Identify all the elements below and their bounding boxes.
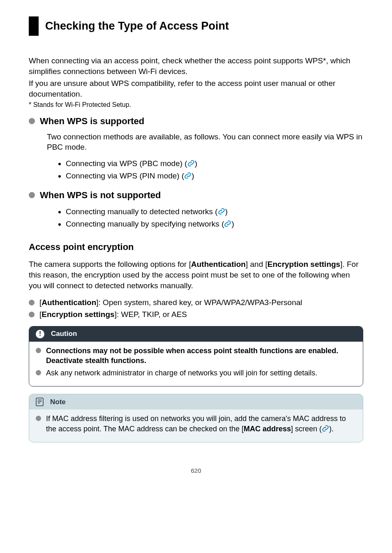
list-item-text: Connecting via WPS (PIN mode) ( [66,171,184,180]
heading-wps-supported-text: When WPS is supported [40,116,144,127]
bullet-icon [36,348,41,353]
heading-wps-not-supported-text: When WPS is not supported [40,190,161,201]
title-block: Checking the Type of Access Point [29,16,363,36]
list-item: Connecting manually by specifying networ… [66,218,363,230]
txt: ]: Open system, shared key, or WPA/WPA2/… [96,298,302,307]
svg-rect-0 [36,398,43,406]
list-item: Connecting manually to detected networks… [66,206,363,218]
list-item: [Authentication]: Open system, shared ke… [29,297,363,308]
caution-header: ! Caution [29,326,363,342]
link-icon[interactable] [322,425,329,432]
bold-auth: Authentication [42,298,96,307]
bold-enc: Encryption settings [42,310,114,319]
close-paren: ) [191,171,194,180]
list-item: If MAC address filtering is used on netw… [36,414,356,434]
list-item: Connecting via WPS (PBC mode) () [66,157,363,170]
txt: ]: WEP, TKIP, or AES [115,310,187,319]
wps-not-supported-list: Connecting manually to detected networks… [29,206,363,231]
note-header: Note [29,394,363,410]
heading-wps-supported: When WPS is supported [29,116,363,127]
caution-exclamation-icon: ! [36,330,44,338]
encryption-desc: The camera supports the following option… [29,259,363,291]
footnote-marker: * [29,101,31,108]
list-item: Ask any network administrator in charge … [36,368,356,378]
bold-enc: Encryption settings [267,260,340,268]
list-item-text: Connections may not be possible when acc… [46,346,356,366]
page-title: Checking the Type of Access Point [45,20,357,32]
caution-body: Connections may not be possible when acc… [29,342,363,386]
intro-para-2: If you are unsure about WPS compatibilit… [29,78,363,99]
bullet-icon [29,192,35,198]
caution-label: Caution [51,330,77,338]
bullet-icon [29,118,35,124]
txt: The camera supports the following option… [29,260,191,268]
note-box: Note If MAC address filtering is used on… [29,394,363,442]
link-icon[interactable] [218,208,225,215]
link-icon[interactable] [187,160,195,167]
encryption-bullets: [Authentication]: Open system, shared ke… [29,297,363,320]
note-document-icon [36,398,44,406]
page-number: 620 [29,467,363,474]
intro-para-1: When connecting via an access point, che… [29,56,363,76]
bold-mac: MAC address [244,425,291,433]
link-icon[interactable] [184,172,191,179]
list-item-text: [Encryption settings]: WEP, TKIP, or AES [39,309,187,320]
list-item-text: [Authentication]: Open system, shared ke… [39,297,302,308]
bullet-icon [36,416,41,421]
link-icon[interactable] [224,220,231,227]
close-paren: ) [329,425,332,433]
wps-supported-desc: Two connection methods are available, as… [29,132,363,153]
txt: ] and [ [246,260,267,268]
close-paren: ) [195,159,197,168]
list-item-text: Connecting manually to detected networks… [66,207,218,216]
bullet-icon [29,312,35,317]
bullet-icon [36,370,41,375]
page: Checking the Type of Access Point When c… [0,0,392,491]
list-item-text: If MAC address filtering is used on netw… [46,414,356,434]
list-item-text: Ask any network administrator in charge … [46,368,317,378]
footnote: * Stands for Wi-Fi Protected Setup. [29,101,363,109]
heading-wps-not-supported: When WPS is not supported [29,190,363,201]
list-item-text: Connecting manually by specifying networ… [66,220,224,228]
close-paren: ) [231,220,234,228]
close-paren: ) [225,207,228,216]
note-body: If MAC address filtering is used on netw… [29,410,363,442]
bullet-icon [29,300,35,305]
txt: ] screen ( [291,425,322,433]
list-item: [Encryption settings]: WEP, TKIP, or AES [29,309,363,320]
heading-encryption: Access point encryption [29,242,363,252]
wps-supported-list: Connecting via WPS (PBC mode) () Connect… [29,157,363,183]
note-label: Note [50,398,66,406]
list-item: Connecting via WPS (PIN mode) () [66,170,363,182]
bold-auth: Authentication [191,260,246,268]
caution-box: ! Caution Connections may not be possibl… [29,326,363,387]
caution-item-bold: Connections may not be possible when acc… [46,347,338,365]
footnote-text: Stands for Wi-Fi Protected Setup. [33,101,131,108]
list-item: Connections may not be possible when acc… [36,346,356,366]
list-item-text: Connecting via WPS (PBC mode) ( [66,159,187,168]
